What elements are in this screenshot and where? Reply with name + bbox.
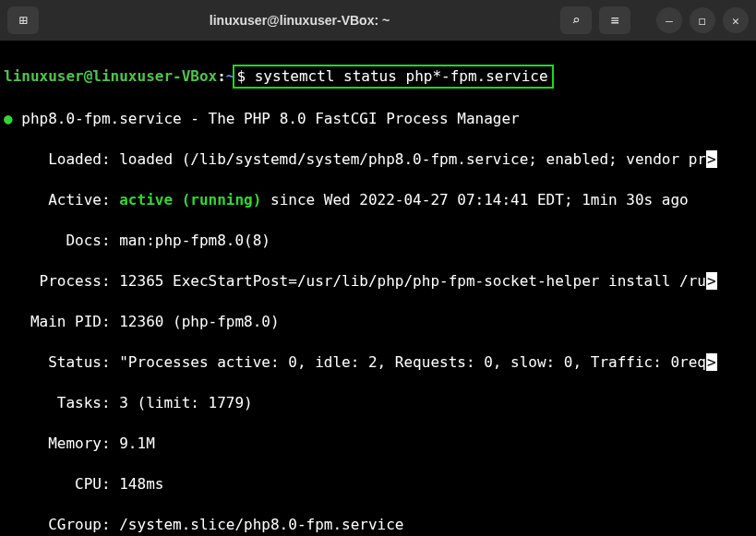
- search-icon: ⌕: [571, 12, 580, 29]
- prompt-colon: :: [217, 67, 226, 85]
- active-status: active (running): [119, 191, 261, 208]
- menu-button[interactable]: ≡: [599, 6, 630, 34]
- truncation-indicator: >: [706, 353, 717, 371]
- titlebar: ⊞ linuxuser@linuxuser-VBox: ~ ⌕ ≡ – ◻ ✕: [0, 0, 756, 41]
- cpu-line: CPU: 148ms: [4, 474, 752, 494]
- status-bullet-icon: ●: [4, 110, 13, 127]
- prompt-user: linuxuser@linuxuser-VBox: [4, 67, 217, 85]
- close-icon: ✕: [732, 14, 739, 28]
- menu-icon: ≡: [610, 12, 618, 29]
- prompt-dollar: $: [236, 67, 254, 85]
- memory-line: Memory: 9.1M: [4, 434, 752, 454]
- command-text: systemctl status php*-fpm.service: [255, 67, 548, 85]
- docs-line: Docs: man:php-fpm8.0(8): [4, 231, 752, 251]
- status-line: Status: "Processes active: 0, idle: 2, R…: [4, 352, 752, 373]
- active-line: Active: active (running) since Wed 2022-…: [4, 190, 752, 210]
- window-title: linuxuser@linuxuser-VBox: ~: [46, 13, 553, 28]
- service-header: php8.0-fpm.service - The PHP 8.0 FastCGI…: [13, 110, 520, 127]
- new-tab-button[interactable]: ⊞: [7, 6, 39, 34]
- tasks-line: Tasks: 3 (limit: 1779): [4, 393, 752, 413]
- new-tab-icon: ⊞: [18, 12, 27, 29]
- close-button[interactable]: ✕: [723, 7, 749, 33]
- truncation-indicator: >: [706, 272, 717, 290]
- minimize-button[interactable]: –: [656, 7, 682, 33]
- service-header-line: ● php8.0-fpm.service - The PHP 8.0 FastC…: [4, 109, 752, 129]
- cgroup-line: CGroup: /system.slice/php8.0-fpm.service: [4, 515, 752, 535]
- maximize-icon: ◻: [699, 14, 706, 28]
- minimize-icon: –: [666, 14, 673, 28]
- mainpid-line: Main PID: 12360 (php-fpm8.0): [4, 312, 752, 332]
- truncation-indicator: >: [706, 150, 717, 168]
- terminal-area[interactable]: linuxuser@linuxuser-VBox:~$ systemctl st…: [0, 41, 756, 536]
- maximize-button[interactable]: ◻: [690, 7, 715, 33]
- process-line: Process: 12365 ExecStartPost=/usr/lib/ph…: [4, 271, 752, 292]
- search-button[interactable]: ⌕: [560, 6, 592, 34]
- command-highlight: $ systemctl status php*-fpm.service: [233, 65, 553, 89]
- loaded-line: Loaded: loaded (/lib/systemd/system/php8…: [4, 149, 752, 170]
- prompt-line: linuxuser@linuxuser-VBox:~$ systemctl st…: [4, 65, 752, 89]
